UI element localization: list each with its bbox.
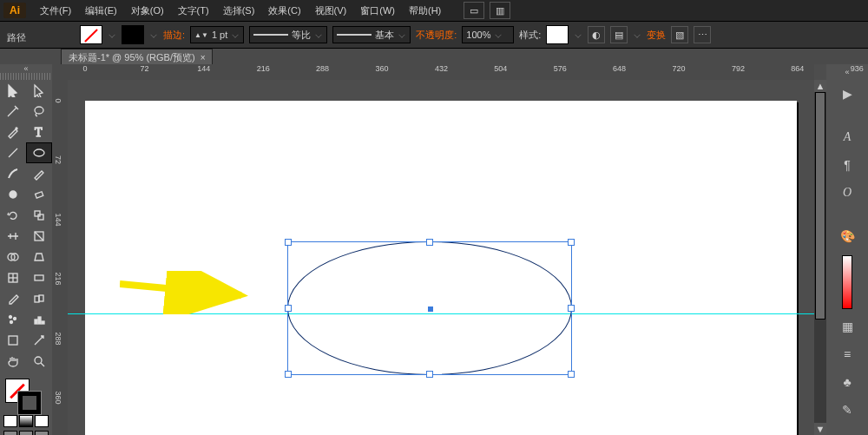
pencil-tool[interactable] (26, 163, 52, 184)
zoom-tool[interactable] (26, 351, 52, 372)
scrollbar-thumb[interactable] (815, 92, 825, 320)
vertical-ruler[interactable]: 072144216288360 (52, 80, 69, 435)
pen-tool[interactable] (0, 122, 26, 142)
direct-selection-tool[interactable] (26, 80, 52, 101)
selection-handle[interactable] (568, 239, 575, 246)
menu-effect[interactable]: 效果(C) (261, 0, 307, 21)
menu-help[interactable]: 帮助(H) (402, 0, 448, 21)
scale-tool[interactable] (26, 205, 52, 226)
scroll-up-icon[interactable]: ▲ (814, 80, 826, 92)
selection-handle[interactable] (428, 306, 433, 312)
shape-builder-tool[interactable] (0, 247, 26, 267)
color-spectrum[interactable] (842, 255, 852, 309)
selection-tool[interactable] (0, 80, 26, 101)
color-mode-none[interactable] (35, 415, 49, 427)
ellipse-tool[interactable] (26, 142, 52, 163)
svg-point-4 (34, 149, 44, 156)
recolor-artwork-icon[interactable]: ◐ (588, 26, 605, 43)
width-tool[interactable] (0, 226, 26, 247)
mesh-tool[interactable] (0, 267, 26, 288)
svg-line-10 (35, 232, 43, 241)
eraser-tool[interactable] (26, 184, 52, 205)
ruler-origin[interactable] (52, 64, 69, 81)
fill-dropdown-icon[interactable] (108, 31, 115, 37)
rotate-tool[interactable] (0, 205, 26, 226)
selection-handle[interactable] (285, 239, 292, 246)
symbols-panel-icon[interactable]: ♣ (836, 372, 858, 392)
stroke-panel-icon[interactable]: ≡ (836, 344, 858, 365)
color-mode-gradient[interactable] (19, 415, 33, 427)
toolbox-grip[interactable] (0, 73, 52, 80)
gradient-tool[interactable] (26, 267, 52, 288)
fill-swatch[interactable] (80, 25, 102, 44)
stroke-weight-field[interactable]: ▲▼ 1 pt (190, 26, 244, 43)
horizontal-ruler[interactable]: 072144216288360432504576648720792864936 (68, 64, 814, 81)
document-tab[interactable]: 未标题-1* @ 95% (RGB/预览) × (61, 49, 213, 66)
lasso-tool[interactable] (26, 101, 52, 122)
swatches-panel-icon[interactable]: ▦ (836, 316, 858, 337)
fill-stroke-control[interactable] (0, 377, 52, 413)
svg-rect-25 (9, 336, 17, 345)
brush-definition[interactable]: 基本 (332, 26, 411, 43)
free-transform-tool[interactable] (26, 226, 52, 247)
scroll-down-icon[interactable]: ▼ (814, 423, 826, 435)
blend-tool[interactable] (26, 288, 52, 309)
selection-bounding-box[interactable] (287, 241, 572, 375)
viewport[interactable] (68, 80, 814, 435)
menu-file[interactable]: 文件(F) (33, 0, 78, 21)
draw-behind[interactable] (19, 431, 33, 435)
slice-tool[interactable] (26, 330, 52, 351)
character-panel-icon[interactable]: A (836, 127, 858, 148)
eyedropper-tool[interactable] (0, 288, 26, 309)
color-panel-icon[interactable]: 🎨 (836, 226, 858, 247)
stroke-swatch[interactable] (122, 25, 144, 44)
more-options-icon[interactable]: ⋯ (694, 26, 711, 43)
chevron-down-icon[interactable] (635, 31, 641, 37)
opentype-panel-icon[interactable]: O (836, 182, 858, 203)
stroke-indicator[interactable] (17, 391, 42, 415)
draw-normal[interactable] (3, 431, 17, 435)
selection-handle[interactable] (285, 371, 292, 378)
menu-view[interactable]: 视图(V) (308, 0, 354, 21)
workspace-switcher-icon[interactable]: ▭ (464, 2, 484, 19)
toolbox-collapse-icon[interactable]: « (0, 64, 52, 73)
vertical-scrollbar[interactable]: ▲ ▼ (813, 80, 826, 435)
blob-brush-tool[interactable] (0, 184, 26, 205)
artboard-tool[interactable] (0, 330, 26, 351)
graphic-style-swatch[interactable] (546, 25, 569, 44)
isolate-icon[interactable]: ▧ (671, 26, 688, 43)
color-mode-normal[interactable] (3, 415, 17, 427)
align-icon[interactable]: ▤ (610, 26, 628, 43)
arrange-documents-icon[interactable]: ▥ (490, 2, 510, 19)
opacity-field[interactable]: 100% (462, 26, 514, 43)
brush-tool[interactable] (0, 163, 26, 184)
hand-tool[interactable] (0, 351, 26, 372)
stroke-dropdown-icon[interactable] (150, 31, 156, 37)
brushes-panel-icon[interactable]: ✎ (836, 399, 858, 420)
selection-handle[interactable] (426, 371, 433, 378)
chevron-down-icon[interactable] (575, 31, 582, 37)
symbol-sprayer-tool[interactable] (0, 309, 26, 330)
perspective-tool[interactable] (26, 247, 52, 267)
close-tab-icon[interactable]: × (201, 53, 206, 63)
menu-type[interactable]: 文字(T) (171, 0, 216, 21)
selection-handle[interactable] (568, 305, 575, 312)
menu-window[interactable]: 窗口(W) (353, 0, 402, 21)
selection-handle[interactable] (568, 371, 575, 378)
column-graph-tool[interactable] (26, 309, 52, 330)
variable-width-profile[interactable]: 等比 (249, 26, 327, 43)
transform-label[interactable]: 变换 (647, 29, 666, 42)
line-tool[interactable] (0, 142, 26, 163)
paragraph-panel-icon[interactable]: ¶ (836, 155, 858, 175)
selection-handle[interactable] (426, 239, 433, 246)
svg-rect-6 (36, 192, 43, 198)
chevron-down-icon (496, 31, 502, 37)
selection-handle[interactable] (285, 305, 292, 312)
menu-object[interactable]: 对象(O) (124, 0, 171, 21)
menu-edit[interactable]: 编辑(E) (78, 0, 124, 21)
play-icon[interactable]: ▶ (836, 83, 858, 104)
menu-select[interactable]: 选择(S) (216, 0, 262, 21)
draw-inside[interactable] (35, 431, 49, 435)
type-tool[interactable]: T (26, 122, 52, 142)
magic-wand-tool[interactable] (0, 101, 26, 122)
